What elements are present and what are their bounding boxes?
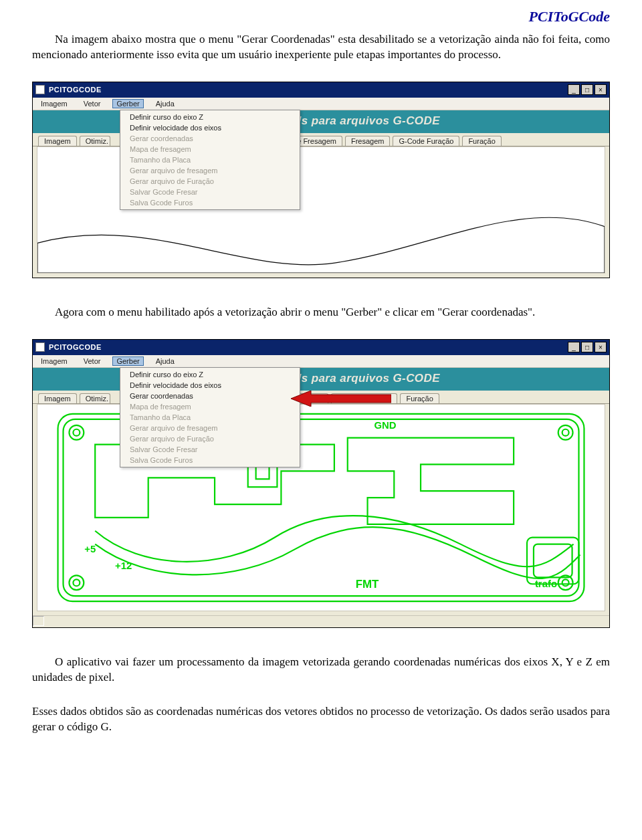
tab-imagem[interactable]: Imagem (38, 393, 77, 403)
minimize-button[interactable]: _ (568, 342, 580, 352)
dd-definir-velocidade[interactable]: Definir velocidade dos eixos (120, 380, 300, 391)
dd-definir-velocidade[interactable]: Definir velocidade dos eixos (120, 122, 300, 133)
dd-tamanho-placa-disabled: Tamanho da Placa (120, 412, 300, 423)
menu-vetor[interactable]: Vetor (80, 356, 105, 366)
pcb-label-gnd: GND (374, 420, 396, 431)
tab-gcode-furacao[interactable]: G-Code Furação (393, 136, 459, 146)
dd-gerar-arq-furacao-disabled: Gerar arquivo de Furação (120, 176, 300, 187)
svg-rect-12 (256, 465, 270, 479)
dd-mapa-fresagem-disabled: Mapa de fresagem (120, 401, 300, 412)
status-cell (33, 616, 44, 626)
svg-point-8 (73, 579, 80, 586)
tab-otimizacao[interactable]: Otimiz. (80, 136, 110, 146)
dd-gerar-arq-furacao-disabled: Gerar arquivo de Furação (120, 433, 300, 444)
svg-point-7 (69, 575, 84, 590)
dd-gerar-arq-fresagem-disabled: Gerar arquivo de fresagem (120, 165, 300, 176)
dd-definir-curso-z[interactable]: Definir curso do eixo Z (120, 369, 300, 380)
gerber-dropdown: Definir curso do eixo Z Definir velocida… (120, 110, 300, 210)
paragraph-2-text: Agora com o menu habilitado após a vetor… (55, 306, 535, 318)
app-icon (35, 85, 45, 94)
menu-imagem[interactable]: Imagem (37, 99, 72, 108)
menu-gerber[interactable]: Gerber (112, 99, 143, 108)
dd-salvar-gcode-fresar-disabled: Salvar Gcode Fresar (120, 444, 300, 455)
document-title: PCIToGCode (32, 0, 610, 32)
titlebar[interactable]: PCITOGCODE _ □ × (33, 340, 609, 355)
pcb-label-plus5: +5 (84, 543, 96, 554)
menubar: Imagem Vetor Gerber Ajuda Definir curso … (33, 98, 609, 110)
gerber-dropdown-enabled: Definir curso do eixo Z Definir velocida… (120, 367, 300, 467)
tab-fresagem[interactable]: Fresagem (345, 136, 391, 146)
dd-gerar-coordenadas-disabled: Gerar coordenadas (120, 133, 300, 144)
window-title: PCITOGCODE (49, 343, 566, 351)
svg-point-10 (562, 579, 569, 586)
tab-furacao[interactable]: Furação (400, 393, 439, 403)
close-button[interactable]: × (595, 342, 607, 352)
close-button[interactable]: × (595, 84, 607, 95)
dd-salva-gcode-furos-disabled: Salva Gcode Furos (120, 197, 300, 208)
svg-point-5 (558, 425, 573, 440)
menu-vetor[interactable]: Vetor (80, 99, 105, 108)
paragraph-1: Na imagem abaixo mostra que o menu "Gera… (32, 32, 610, 63)
svg-marker-0 (291, 391, 391, 407)
window-title: PCITOGCODE (49, 86, 566, 94)
dd-definir-curso-z[interactable]: Definir curso do eixo Z (120, 112, 300, 122)
tab-otimizacao[interactable]: Otimiz. (80, 393, 110, 403)
status-bar (33, 615, 609, 627)
svg-point-6 (562, 429, 569, 436)
pcb-label-fmt: FMT (356, 578, 379, 591)
dd-salvar-gcode-fresar-disabled: Salvar Gcode Fresar (120, 187, 300, 197)
pcb-label-plus12: +12 (115, 560, 132, 571)
minimize-button[interactable]: _ (568, 84, 580, 95)
tab-furacao[interactable]: Furação (462, 136, 501, 146)
app-icon (35, 342, 45, 352)
screenshot-window-2: PCITOGCODE _ □ × Imagem Vetor Gerber Aju… (32, 339, 610, 628)
maximize-button[interactable]: □ (581, 342, 593, 352)
titlebar[interactable]: PCITOGCODE _ □ × (33, 82, 609, 98)
red-pointer-arrow-icon (291, 391, 391, 407)
paragraph-2: Agora com o menu habilitado após a vetor… (32, 305, 610, 320)
tab-imagem[interactable]: Imagem (38, 136, 77, 146)
menu-ajuda[interactable]: Ajuda (152, 99, 179, 108)
paragraph-4-text: Esses dados obtidos são as coordenadas n… (32, 705, 610, 733)
paragraph-1-text: Na imagem abaixo mostra que o menu "Gera… (32, 33, 610, 61)
dd-gerar-coordenadas[interactable]: Gerar coordenadas (120, 391, 300, 401)
svg-point-4 (73, 429, 80, 436)
dd-gerar-arq-fresagem-disabled: Gerar arquivo de fresagem (120, 423, 300, 433)
dd-tamanho-placa-disabled: Tamanho da Placa (120, 154, 300, 165)
dd-salva-gcode-furos-disabled: Salva Gcode Furos (120, 455, 300, 465)
paragraph-3: O aplicativo vai fazer um processamento … (32, 655, 610, 686)
paragraph-4: Esses dados obtidos são as coordenadas n… (32, 704, 610, 735)
dd-mapa-fresagem-disabled: Mapa de fresagem (120, 144, 300, 154)
maximize-button[interactable]: □ (581, 84, 593, 95)
svg-point-3 (69, 425, 84, 440)
pcb-label-trafo: trafo (535, 579, 557, 589)
paragraph-3-text: O aplicativo vai fazer um processamento … (32, 655, 610, 684)
menu-gerber[interactable]: Gerber (112, 356, 143, 366)
menubar: Imagem Vetor Gerber Ajuda Definir curso … (33, 355, 609, 368)
menu-imagem[interactable]: Imagem (37, 356, 72, 366)
screenshot-window-1: PCITOGCODE _ □ × Imagem Vetor Gerber Aju… (32, 82, 610, 278)
menu-ajuda[interactable]: Ajuda (152, 356, 179, 366)
